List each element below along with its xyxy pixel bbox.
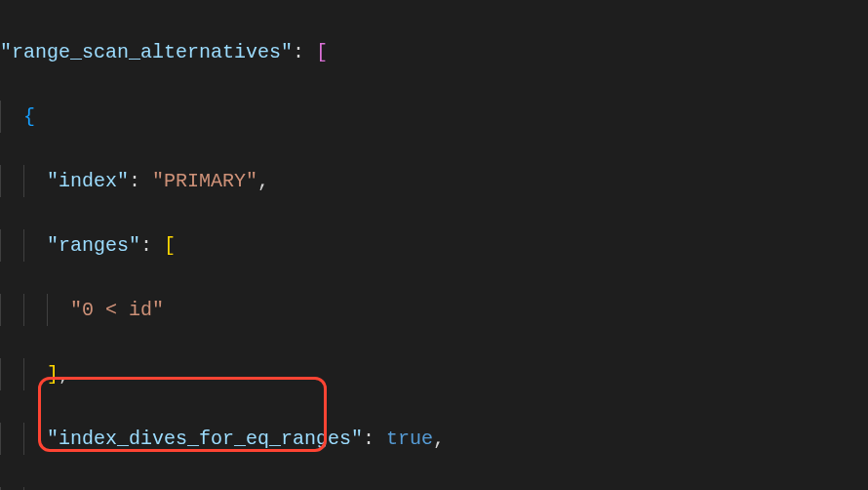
json-colon: :: [363, 423, 386, 455]
open-brace: {: [23, 101, 35, 133]
json-key: "index": [47, 165, 129, 197]
json-colon: :: [129, 165, 152, 197]
json-comma: ,: [257, 165, 269, 197]
open-bracket: [: [164, 229, 176, 262]
open-bracket: [: [316, 36, 328, 68]
json-key: "index_dives_for_eq_ranges": [47, 423, 363, 455]
code-line: "ranges": [: [0, 229, 868, 262]
code-line: "index_dives_for_eq_ranges": true,: [0, 423, 868, 455]
code-line: ],: [0, 358, 868, 390]
json-comma: ,: [59, 358, 70, 390]
json-colon: :: [140, 229, 164, 262]
json-string-value: "0 < id": [70, 294, 164, 326]
code-line: "0 < id": [0, 294, 868, 326]
code-line: {: [0, 101, 868, 133]
close-bracket: ]: [47, 358, 59, 390]
json-string-value: "PRIMARY": [152, 165, 257, 197]
json-key: "range_scan_alternatives": [0, 36, 293, 68]
json-colon: :: [293, 36, 316, 68]
json-code-block: "range_scan_alternatives": [ { "index": …: [0, 0, 868, 490]
json-bool-value: true: [386, 423, 433, 455]
json-comma: ,: [433, 423, 445, 455]
code-line: "index": "PRIMARY",: [0, 165, 868, 197]
json-key: "ranges": [47, 229, 140, 262]
code-line: "range_scan_alternatives": [: [0, 36, 868, 68]
